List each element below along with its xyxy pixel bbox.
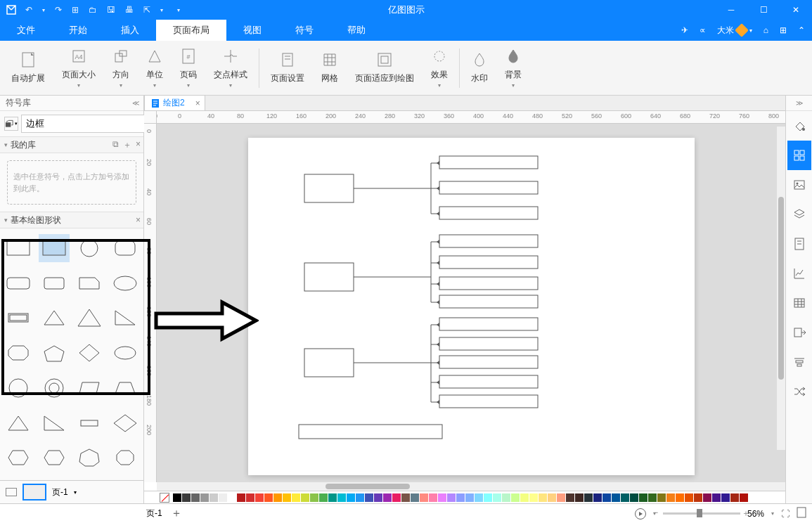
color-swatch[interactable]	[429, 493, 437, 502]
menu-page-layout[interactable]: 页面布局	[156, 20, 226, 41]
add-icon[interactable]: ＋	[123, 139, 131, 151]
collapse-left-icon[interactable]: ≪	[132, 99, 139, 107]
color-swatch[interactable]	[438, 493, 446, 502]
save-icon[interactable]: 🖫	[107, 5, 115, 15]
color-swatch[interactable]	[730, 493, 739, 502]
color-swatch[interactable]	[602, 493, 611, 502]
zoom-in-button[interactable]: ＋	[742, 508, 750, 519]
shape-octagon2[interactable]	[110, 444, 141, 472]
menu-help[interactable]: 帮助	[330, 20, 382, 41]
shape-rect[interactable]	[3, 234, 34, 262]
close-tab-icon[interactable]: ×	[195, 98, 200, 108]
color-swatch[interactable]	[337, 493, 346, 502]
shape-triangle2[interactable]	[74, 304, 105, 332]
menu-insert[interactable]: 插入	[104, 20, 156, 41]
color-swatch[interactable]	[639, 493, 647, 502]
qat-dd-icon[interactable]: ▾	[177, 7, 180, 13]
tool-layers[interactable]	[787, 200, 811, 229]
color-swatch[interactable]	[666, 493, 675, 502]
tool-shuffle[interactable]	[787, 377, 811, 406]
shape-hexagon[interactable]	[3, 444, 34, 472]
color-swatch[interactable]	[411, 493, 419, 502]
shape-right-triangle2[interactable]	[39, 409, 70, 437]
theme-icon[interactable]: ⌂	[763, 25, 768, 35]
color-swatch[interactable]	[520, 493, 529, 502]
redo-icon[interactable]: ↷	[55, 5, 62, 15]
search-input[interactable]	[21, 115, 162, 133]
color-swatch[interactable]	[264, 493, 273, 502]
color-swatch[interactable]	[374, 493, 382, 502]
color-swatch[interactable]	[273, 493, 282, 502]
ribbon-auto-expand[interactable]: 自动扩展	[3, 44, 53, 93]
color-swatch[interactable]	[292, 493, 300, 502]
color-swatch[interactable]	[365, 493, 373, 502]
color-swatch[interactable]	[255, 493, 264, 502]
color-swatch[interactable]	[566, 493, 574, 502]
shape-frame[interactable]	[3, 304, 34, 332]
color-swatch[interactable]	[493, 493, 501, 502]
shape-octagon[interactable]	[3, 339, 34, 367]
shape-circle[interactable]	[74, 234, 105, 262]
color-swatch[interactable]	[356, 493, 364, 502]
shape-triangle[interactable]	[39, 304, 70, 332]
shape-diamond[interactable]	[74, 339, 105, 367]
my-library-header[interactable]: ▾ 我的库 ⧉ ＋ ×	[0, 136, 143, 153]
color-swatch[interactable]	[182, 493, 191, 502]
shape-ellipse[interactable]	[110, 269, 141, 297]
color-swatch[interactable]	[310, 493, 318, 502]
grid-icon[interactable]: ⊞	[780, 25, 787, 35]
color-swatch[interactable]	[420, 493, 428, 502]
menu-symbol[interactable]: 符号	[278, 20, 330, 41]
color-swatch[interactable]	[456, 493, 465, 502]
color-swatch[interactable]	[301, 493, 309, 502]
color-swatch[interactable]	[676, 493, 684, 502]
export-dd-icon[interactable]: ▾	[160, 7, 163, 13]
color-swatch[interactable]	[283, 493, 291, 502]
undo-dd-icon[interactable]: ▾	[42, 7, 45, 13]
color-swatch[interactable]	[475, 493, 483, 502]
play-button[interactable]	[635, 508, 646, 519]
ribbon-unit[interactable]: 单位▾	[138, 44, 172, 93]
zoom-out-button[interactable]: −	[653, 508, 658, 517]
ribbon-direction[interactable]: 方向▾	[104, 44, 138, 93]
tool-page[interactable]	[787, 229, 811, 259]
color-swatch[interactable]	[246, 493, 254, 502]
close-icon[interactable]: ×	[136, 139, 141, 151]
shape-heptagon[interactable]	[74, 444, 105, 472]
color-swatch[interactable]	[685, 493, 693, 502]
ribbon-cross-style[interactable]: 交点样式▾	[205, 44, 256, 93]
menu-start[interactable]: 开始	[52, 20, 104, 41]
collapse-ribbon-icon[interactable]: ⌃	[798, 25, 805, 35]
close-section-icon[interactable]: ×	[136, 215, 141, 225]
zoom-slider[interactable]: − ＋	[663, 512, 740, 515]
fullscreen-button[interactable]: ⛶	[781, 509, 790, 519]
add-page-button[interactable]: ＋	[171, 506, 182, 521]
shape-parallelogram[interactable]	[74, 374, 105, 402]
color-swatch[interactable]	[529, 493, 538, 502]
tool-export[interactable]	[787, 318, 811, 347]
shape-trapezoid[interactable]	[110, 374, 141, 402]
copy-icon[interactable]: ⧉	[112, 139, 119, 151]
color-swatch[interactable]	[319, 493, 328, 502]
document-tab[interactable]: 绘图2 ×	[144, 95, 205, 110]
canvas-viewport[interactable]	[157, 124, 785, 482]
tool-table[interactable]	[787, 288, 811, 318]
color-swatch[interactable]	[648, 493, 657, 502]
color-swatch[interactable]	[447, 493, 456, 502]
color-swatch[interactable]	[191, 493, 200, 502]
color-swatch[interactable]	[539, 493, 547, 502]
color-swatch[interactable]	[694, 493, 702, 502]
vertical-scrollbar[interactable]	[777, 127, 785, 450]
shape-circle2[interactable]	[3, 374, 34, 402]
basic-shapes-header[interactable]: ▾ 基本绘图形状 ×	[0, 212, 143, 228]
color-swatch[interactable]	[584, 493, 593, 502]
tool-image[interactable]	[787, 170, 811, 200]
color-swatch[interactable]	[484, 493, 492, 502]
shape-triangle3[interactable]	[3, 409, 34, 437]
page-thumbnail[interactable]	[22, 484, 46, 501]
shape-roundrect2[interactable]	[3, 269, 34, 297]
color-swatch[interactable]	[228, 493, 236, 502]
color-swatch[interactable]	[657, 493, 666, 502]
color-swatch[interactable]	[621, 493, 629, 502]
color-swatch[interactable]	[210, 493, 218, 502]
